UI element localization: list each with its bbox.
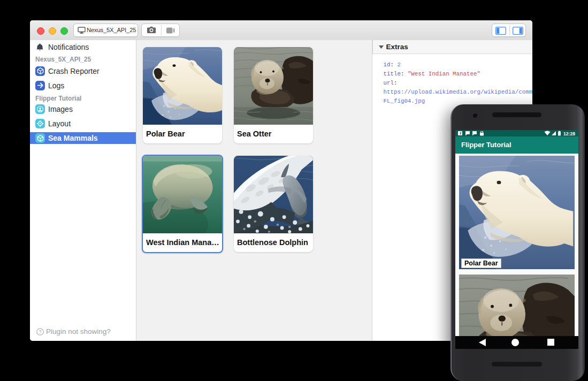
svg-text:f: f [460, 131, 461, 136]
svg-text:?: ? [39, 329, 41, 334]
svg-text:12:28: 12:28 [563, 131, 575, 136]
